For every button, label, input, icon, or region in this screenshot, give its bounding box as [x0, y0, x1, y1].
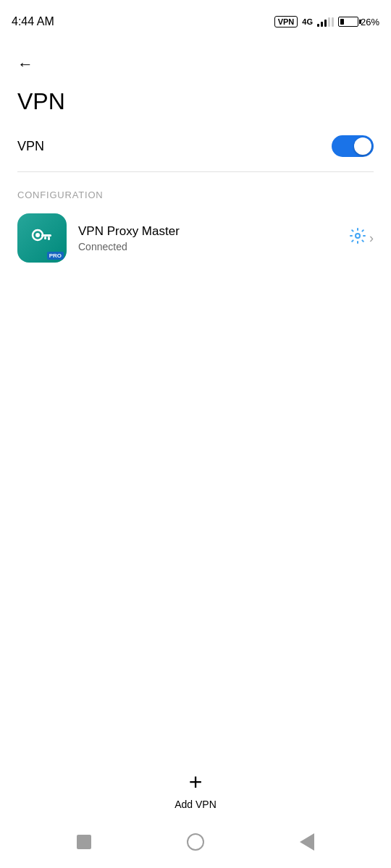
page-title: VPN — [14, 88, 377, 115]
add-vpn-label: Add VPN — [175, 799, 216, 810]
battery-indicator: 26% — [338, 17, 379, 27]
back-nav-button[interactable] — [294, 827, 320, 856]
pro-badge: PRO — [47, 252, 64, 260]
status-icons: VPN 4G 26% — [274, 16, 379, 27]
signal-4g-icon: 4G — [302, 17, 313, 26]
config-section-label: CONFIGURATION — [17, 190, 374, 200]
svg-point-5 — [356, 234, 360, 238]
header: ← VPN — [0, 43, 391, 121]
svg-point-1 — [35, 233, 40, 237]
vpn-status-badge: VPN — [274, 16, 298, 27]
home-button[interactable] — [181, 827, 210, 856]
recent-apps-icon — [77, 835, 91, 849]
vpn-toggle-label: VPN — [17, 139, 44, 154]
vpn-item-actions: › — [349, 227, 374, 249]
status-time: 4:44 AM — [12, 15, 54, 28]
battery-fill — [340, 19, 345, 25]
vpn-app-name: VPN Proxy Master — [78, 224, 337, 239]
back-button[interactable]: ← — [14, 52, 36, 77]
recent-apps-button[interactable] — [71, 829, 97, 855]
battery-percent: 26% — [361, 17, 379, 27]
add-icon: + — [189, 769, 203, 796]
vpn-toggle-switch[interactable] — [332, 135, 374, 157]
toggle-knob — [354, 137, 371, 155]
gear-icon[interactable] — [349, 227, 366, 249]
back-nav-icon — [300, 833, 314, 851]
signal-bars — [317, 17, 334, 27]
back-icon: ← — [17, 55, 33, 74]
key-icon — [29, 225, 55, 251]
configuration-section: CONFIGURATION PRO VPN Proxy Master Conne… — [0, 172, 391, 263]
navigation-bar — [0, 816, 391, 868]
battery-icon — [338, 17, 358, 27]
chevron-right-icon: › — [369, 231, 374, 246]
status-bar: 4:44 AM VPN 4G 26% — [0, 0, 391, 43]
vpn-connection-status: Connected — [78, 241, 337, 252]
vpn-toggle-section: VPN — [0, 121, 391, 171]
svg-rect-3 — [48, 237, 50, 240]
vpn-list-item[interactable]: PRO VPN Proxy Master Connected › — [17, 213, 374, 263]
home-icon — [187, 833, 204, 851]
vpn-app-icon: PRO — [17, 213, 67, 263]
vpn-app-info: VPN Proxy Master Connected — [78, 224, 337, 252]
add-vpn-section[interactable]: + Add VPN — [0, 769, 391, 810]
svg-rect-2 — [41, 234, 51, 237]
svg-rect-4 — [44, 237, 46, 239]
